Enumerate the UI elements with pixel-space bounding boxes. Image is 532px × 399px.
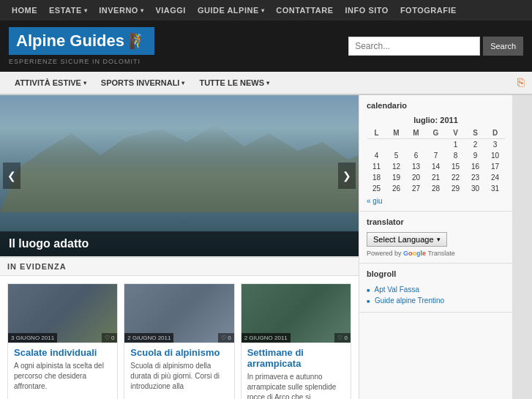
site-tagline: ESPERIENZE SICURE IN DOLOMITI xyxy=(9,58,154,65)
cal-day[interactable]: 20 xyxy=(406,172,426,183)
search-input[interactable] xyxy=(348,37,480,56)
select-language-arrow: ▾ xyxy=(437,236,441,243)
card-3-comments: ♡ 0 xyxy=(334,333,351,343)
cal-day[interactable]: 4 xyxy=(367,150,386,161)
select-language-button[interactable]: Select Language ▾ xyxy=(367,232,447,247)
calendar: luglio: 2011 L M M G V S D xyxy=(367,116,505,205)
google-brand: Google xyxy=(403,250,428,257)
cal-day[interactable]: 5 xyxy=(386,150,406,161)
cal-day[interactable]: 10 xyxy=(485,150,505,161)
cal-day[interactable]: 22 xyxy=(446,172,465,183)
cal-day[interactable]: 19 xyxy=(386,172,406,183)
cal-day[interactable]: 11 xyxy=(367,161,386,172)
card-1-body: Scalate individuali A ogni alpinista la … xyxy=(8,343,117,396)
image-slider: ❮ ❯ Il luogo adatto xyxy=(0,95,359,256)
cal-day[interactable]: 27 xyxy=(406,183,426,194)
card-3-title[interactable]: Settimane di arrampicata xyxy=(247,347,345,369)
blogroll-link-2[interactable]: Guide alpine Trentino xyxy=(375,297,444,305)
card-1-date: 3 GIUGNO 2011 xyxy=(8,333,57,343)
cal-day[interactable] xyxy=(426,139,446,151)
card-3: 2 GIUGNO 2011 ♡ 0 Settimane di arrampica… xyxy=(241,283,351,399)
cal-day[interactable]: 8 xyxy=(446,150,465,161)
cal-day[interactable]: 18 xyxy=(367,172,386,183)
cal-day[interactable]: 24 xyxy=(485,172,505,183)
blogroll-section-title: Blogroll xyxy=(367,269,505,278)
search-area: Search xyxy=(348,37,523,56)
calendar-prev-link[interactable]: « giu xyxy=(367,197,383,205)
cal-day[interactable] xyxy=(367,139,386,151)
calendar-title: luglio: 2011 xyxy=(367,116,505,124)
sub-nav-tutte-le-news[interactable]: TUTTE LE NEWS▾ xyxy=(192,71,277,94)
top-navigation: HOME ESTATE▾ INVERNO▾ VIAGGI GUIDE ALPIN… xyxy=(0,0,532,20)
logo-text: Alpine Guides xyxy=(16,31,124,51)
cal-day[interactable]: 7 xyxy=(426,150,446,161)
cal-day[interactable]: 9 xyxy=(465,150,485,161)
sidebar: calendario luglio: 2011 L M M G V S D xyxy=(359,95,512,399)
card-image-1: 3 GIUGNO 2011 ♡ 0 xyxy=(8,284,117,343)
cal-header-g: G xyxy=(426,127,446,139)
site-header: Alpine Guides 🧗 ESPERIENZE SICURE IN DOL… xyxy=(0,20,532,72)
card-1-comments: ♡ 0 xyxy=(102,333,118,343)
cal-day[interactable]: 12 xyxy=(386,161,406,172)
nav-item-contattare[interactable]: CONTATTARE xyxy=(270,0,339,20)
cal-header-l: L xyxy=(367,127,386,139)
blogroll-link-1[interactable]: Apt Val Fassa xyxy=(374,286,419,294)
cal-day[interactable]: 3 xyxy=(485,139,505,151)
cards-area: 3 GIUGNO 2011 ♡ 0 Scalate individuali A … xyxy=(0,276,359,399)
translator-area: Select Language ▾ Powered by Google Tran… xyxy=(367,232,505,257)
blogroll-item-1: Apt Val Fassa xyxy=(367,284,505,295)
translator-section-title: Translator xyxy=(367,217,505,226)
nav-item-viaggi[interactable]: VIAGGI xyxy=(149,0,192,20)
logo-area: Alpine Guides 🧗 ESPERIENZE SICURE IN DOL… xyxy=(9,27,154,65)
cal-day[interactable]: 13 xyxy=(406,161,426,172)
sub-nav-attivita-estive[interactable]: ATTIVITÀ ESTIVE▾ xyxy=(7,71,94,94)
slider-caption: Il luogo adatto xyxy=(0,231,359,256)
nav-item-estate[interactable]: ESTATE▾ xyxy=(43,0,93,20)
cal-header-d: D xyxy=(485,127,505,139)
cal-header-s: S xyxy=(465,127,485,139)
cal-day[interactable]: 21 xyxy=(426,172,446,183)
cal-day[interactable]: 26 xyxy=(386,183,406,194)
cal-day[interactable]: 29 xyxy=(446,183,465,194)
cal-day[interactable]: 16 xyxy=(465,161,485,172)
sub-navigation: ATTIVITÀ ESTIVE▾ SPORTS INVERNALI▾ TUTTE… xyxy=(0,72,532,95)
in-evidenza-header: IN EVIDENZA xyxy=(0,256,359,276)
cal-day[interactable]: 1 xyxy=(446,139,465,151)
nav-item-fotografie[interactable]: FOTOGRAFIE xyxy=(394,0,462,20)
cal-day[interactable]: 30 xyxy=(465,183,485,194)
cal-day[interactable]: 31 xyxy=(485,183,505,194)
calendar-table: L M M G V S D 12345678910111213141516171… xyxy=(367,127,505,194)
search-button[interactable]: Search xyxy=(483,37,523,56)
sub-nav-sports-invernali[interactable]: SPORTS INVERNALI▾ xyxy=(94,71,192,94)
powered-by-text: Powered by Google Translate xyxy=(367,250,505,257)
rss-icon[interactable]: ⎘ xyxy=(517,76,525,89)
cal-day[interactable]: 2 xyxy=(465,139,485,151)
card-image-3: 2 GIUGNO 2011 ♡ 0 xyxy=(241,284,351,343)
select-language-label: Select Language xyxy=(373,235,434,244)
card-3-text: In primavera e autunno arrampicate sulle… xyxy=(247,372,345,399)
cal-day[interactable]: 6 xyxy=(406,150,426,161)
cal-day[interactable]: 17 xyxy=(485,161,505,172)
nav-item-home[interactable]: HOME xyxy=(6,0,43,20)
nav-item-inverno[interactable]: INVERNO▾ xyxy=(93,0,149,20)
card-1-title[interactable]: Scalate individuali xyxy=(14,347,111,358)
nav-item-info-sito[interactable]: INFO SITO xyxy=(340,0,394,20)
cal-day[interactable] xyxy=(386,139,406,151)
hiker-icon: 🧗 xyxy=(129,32,147,50)
cal-header-m2: M xyxy=(406,127,426,139)
calendar-section: calendario luglio: 2011 L M M G V S D xyxy=(359,95,512,212)
nav-item-guide-alpine[interactable]: GUIDE ALPINE▾ xyxy=(192,0,270,20)
slider-prev-button[interactable]: ❮ xyxy=(3,163,20,189)
cal-day[interactable]: 28 xyxy=(426,183,446,194)
cal-header-m1: M xyxy=(386,127,406,139)
cal-day[interactable]: 15 xyxy=(446,161,465,172)
cal-day[interactable]: 25 xyxy=(367,183,386,194)
translate-label: Translate xyxy=(428,250,455,257)
blogroll-item-2: Guide alpine Trentino xyxy=(367,295,505,306)
card-2-text: Scuola di alpinismo della durata di più … xyxy=(130,361,228,392)
card-2-title[interactable]: Scuola di alpinismo xyxy=(130,347,228,358)
cal-day[interactable]: 14 xyxy=(426,161,446,172)
slider-next-button[interactable]: ❯ xyxy=(338,163,356,189)
cal-day[interactable] xyxy=(406,139,426,151)
cal-day[interactable]: 23 xyxy=(465,172,485,183)
